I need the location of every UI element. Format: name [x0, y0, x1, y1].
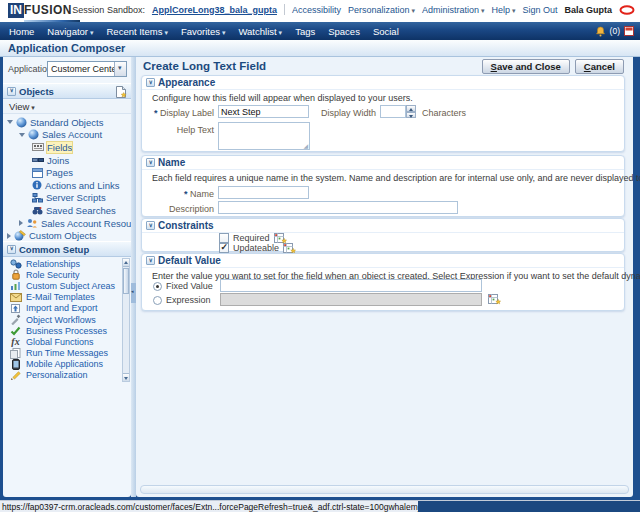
- application-select[interactable]: Customer Center: [47, 61, 127, 77]
- tree-item-fields[interactable]: Fields: [3, 141, 131, 154]
- object-sphere-icon: [16, 117, 27, 128]
- scroll-down-arrow[interactable]: [123, 373, 129, 381]
- nav-home[interactable]: Home: [9, 26, 34, 37]
- resize-grip-icon[interactable]: ◢: [303, 142, 308, 149]
- twisty-open-icon[interactable]: [7, 120, 13, 124]
- nav-watchlist[interactable]: Watchlist: [238, 26, 282, 37]
- tree-item-actions-and-links[interactable]: Actions and Links: [3, 179, 131, 192]
- default-value-section: Default Value Enter the value you want t…: [141, 253, 625, 311]
- help-text-input[interactable]: [219, 123, 309, 149]
- status-url: https://fap0397-crm.oracleads.com/custom…: [2, 502, 441, 512]
- page-title: Application Composer: [8, 42, 125, 54]
- list-item-custom-subject-areas[interactable]: Custom Subject Areas: [3, 280, 123, 291]
- tree-item-sales-account-resource[interactable]: Sales Account Resource: [3, 217, 131, 230]
- appearance-section-header[interactable]: Appearance: [142, 76, 624, 90]
- list-item-relationships[interactable]: Relationships: [3, 258, 123, 269]
- description-input[interactable]: [218, 201, 458, 214]
- nav-spaces[interactable]: Spaces: [328, 26, 360, 37]
- accessibility-link[interactable]: Accessibility: [292, 5, 341, 15]
- tree-item-saved-searches[interactable]: Saved Searches: [3, 204, 131, 217]
- sign-out-link[interactable]: Sign Out: [522, 5, 557, 15]
- list-item-object-workflows[interactable]: Object Workflows: [3, 314, 123, 325]
- expression-builder-icon[interactable]: [488, 293, 501, 305]
- new-object-icon[interactable]: [115, 86, 127, 98]
- nav-recent-items[interactable]: Recent Items: [106, 26, 167, 37]
- tree-item-standard-objects[interactable]: Standard Objects: [3, 116, 131, 129]
- default-value-section-header[interactable]: Default Value: [142, 254, 624, 268]
- bell-icon[interactable]: [595, 26, 606, 37]
- twisty-closed-icon[interactable]: [7, 233, 11, 239]
- objects-panel-header[interactable]: Objects: [3, 83, 131, 99]
- personalization-menu[interactable]: Personalization: [348, 5, 415, 15]
- expression-radio[interactable]: [153, 296, 162, 305]
- nav-navigator[interactable]: Navigator: [47, 26, 93, 37]
- help-menu[interactable]: Help: [491, 5, 515, 15]
- collapse-icon[interactable]: [146, 256, 155, 265]
- constraints-section-header[interactable]: Constraints: [142, 219, 624, 233]
- list-item-email-templates[interactable]: E-Mail Templates: [3, 292, 123, 303]
- name-section-header[interactable]: Name: [142, 156, 624, 170]
- list-item-global-functions[interactable]: fx Global Functions: [3, 336, 123, 347]
- oracle-logo: [619, 5, 635, 15]
- list-item-run-time-messages[interactable]: Run Time Messages: [3, 348, 123, 359]
- role-security-icon: [11, 269, 21, 280]
- name-description: Each field requires a unique name in the…: [152, 173, 640, 183]
- view-menu-button[interactable]: View: [9, 101, 35, 112]
- nav-tags[interactable]: Tags: [295, 26, 315, 37]
- name-input[interactable]: [218, 186, 309, 199]
- run-time-messages-icon: [10, 348, 21, 359]
- sandbox-link[interactable]: ApplCoreLong38_bala_gupta: [152, 5, 277, 15]
- collapse-icon[interactable]: [146, 78, 155, 87]
- tree-item-server-scripts[interactable]: Server Scripts: [3, 192, 131, 205]
- name-label: * Name: [142, 189, 214, 199]
- display-width-stepper[interactable]: [406, 105, 416, 118]
- presence-icon[interactable]: [624, 26, 634, 36]
- common-setup-list: Relationships Role Security Custom Subje…: [3, 258, 123, 381]
- cancel-button[interactable]: Cancel: [575, 59, 624, 74]
- logo-in-block: IN: [8, 3, 24, 18]
- collapse-icon[interactable]: [146, 158, 155, 167]
- alert-count: (0): [610, 26, 620, 36]
- collapse-icon[interactable]: [7, 87, 16, 96]
- appearance-description: Configure how this field will appear whe…: [152, 93, 413, 103]
- list-item-import-and-export[interactable]: Import and Export: [3, 303, 123, 314]
- spinner-down-icon[interactable]: [406, 112, 416, 119]
- pages-icon: [32, 168, 43, 178]
- fields-icon: [32, 142, 44, 152]
- browser-status-bar: https://fap0397-crm.oracleads.com/custom…: [0, 500, 640, 512]
- chevron-down-icon[interactable]: [114, 62, 126, 76]
- list-item-business-processes[interactable]: Business Processes: [3, 325, 123, 336]
- display-width-input[interactable]: [380, 105, 406, 118]
- nav-favorites[interactable]: Favorites: [181, 26, 226, 37]
- fixed-value-radio[interactable]: [153, 282, 162, 291]
- tree-item-pages[interactable]: Pages: [3, 166, 131, 179]
- common-setup-scrollbar[interactable]: [122, 258, 130, 382]
- tree-item-joins[interactable]: Joins: [3, 154, 131, 167]
- list-item-personalization[interactable]: Personalization: [3, 370, 123, 381]
- collapse-icon[interactable]: [7, 245, 16, 254]
- horizontal-scrollbar[interactable]: [140, 485, 629, 494]
- infusion-logo: INFUSION: [8, 3, 72, 19]
- twisty-open-icon[interactable]: [19, 133, 25, 137]
- fixed-value-input[interactable]: [220, 279, 482, 292]
- user-name: Bala Gupta: [564, 5, 612, 15]
- nav-social[interactable]: Social: [373, 26, 399, 37]
- session-sandbox-label: Session Sandbox:: [72, 5, 145, 15]
- scroll-up-arrow[interactable]: [123, 259, 129, 267]
- updateable-checkbox[interactable]: [219, 243, 229, 253]
- fixed-value-radio-label: Fixed Value: [166, 281, 213, 291]
- list-item-mobile-applications[interactable]: Mobile Applications: [3, 359, 123, 370]
- scrollbar-thumb[interactable]: [123, 268, 129, 294]
- name-section: Name Each field requires a unique name i…: [141, 155, 625, 217]
- list-item-role-security[interactable]: Role Security: [3, 269, 123, 280]
- relationships-icon: [10, 259, 22, 269]
- common-setup-panel-title: Common Setup: [19, 244, 89, 255]
- display-label-input[interactable]: [218, 105, 309, 118]
- tree-item-sales-account[interactable]: Sales Account: [3, 129, 131, 142]
- administration-menu[interactable]: Administration: [422, 5, 485, 15]
- common-setup-panel-header[interactable]: Common Setup: [3, 241, 131, 257]
- object-workflows-icon: [10, 314, 21, 325]
- twisty-closed-icon[interactable]: [19, 220, 23, 226]
- save-and-close-button[interactable]: Save and Close: [482, 59, 570, 74]
- collapse-icon[interactable]: [146, 221, 155, 230]
